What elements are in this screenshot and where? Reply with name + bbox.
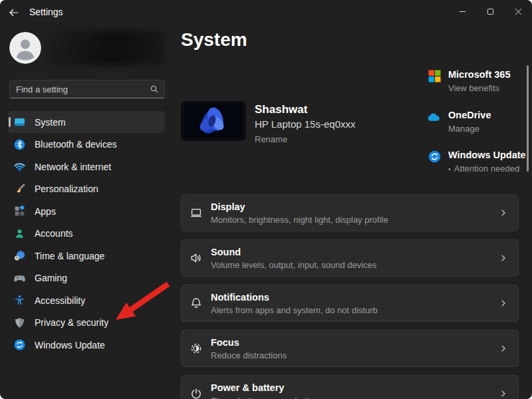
chevron-right-icon (498, 207, 509, 218)
page-title: System (181, 29, 247, 51)
quick-card-subtitle: Manage (448, 124, 479, 134)
scrollbar-thumb[interactable] (527, 65, 529, 172)
quick-card-onedrive[interactable]: OneDrive Manage (428, 109, 491, 134)
network-icon (13, 160, 26, 173)
personalization-icon (13, 183, 26, 196)
quick-card-title: Windows Update (448, 149, 526, 161)
bluetooth-icon (13, 138, 26, 151)
apps-icon (13, 205, 26, 217)
sidebar-item-label: Privacy & security (35, 317, 108, 328)
settings-row-title: Focus (211, 336, 287, 348)
chevron-right-icon (498, 343, 509, 354)
sidebar-item-label: Windows Update (35, 340, 105, 350)
sidebar-item-network-internet[interactable]: Network & internet (8, 156, 165, 178)
minimize-icon (457, 6, 468, 17)
settings-row-power-battery[interactable]: Power & battery Sleep, battery usage, ba… (181, 375, 519, 399)
sidebar: System Bluetooth & devices Network & int… (0, 24, 173, 399)
quick-card-subtitle: Attention needed (454, 164, 519, 174)
app-title: Settings (29, 0, 63, 24)
sidebar-item-label: Bluetooth & devices (35, 139, 117, 150)
sidebar-item-personalization[interactable]: Personalization (8, 178, 165, 200)
sidebar-nav: System Bluetooth & devices Network & int… (8, 111, 165, 356)
sidebar-item-label: Time & language (35, 251, 104, 261)
sidebar-item-label: Gaming (35, 273, 67, 283)
settings-row-title: Sound (211, 246, 376, 258)
person-avatar-icon (9, 32, 41, 64)
window-controls (448, 0, 532, 23)
notifications-icon (190, 297, 203, 310)
sidebar-item-time-language[interactable]: Time & language (8, 245, 165, 267)
sidebar-item-label: Personalization (35, 184, 98, 194)
sidebar-item-gaming[interactable]: Gaming (8, 267, 165, 289)
settings-row-sound[interactable]: Sound Volume levels, output, input, soun… (181, 239, 519, 277)
quick-card-subtitle: View benefits (448, 83, 499, 93)
settings-row-subtitle: Volume levels, output, input, sound devi… (211, 260, 376, 270)
quick-card-subtitle-wrap: View benefits (448, 83, 510, 93)
settings-row-subtitle: Alerts from apps and system, do not dist… (211, 305, 378, 315)
settings-row-title: Display (211, 201, 388, 213)
chevron-right-icon (498, 388, 509, 399)
sidebar-item-bluetooth-devices[interactable]: Bluetooth & devices (8, 134, 165, 156)
accessibility-icon (13, 294, 26, 307)
attention-bullet-dot: • (448, 165, 451, 173)
device-name: Shashwat (255, 103, 307, 116)
user-avatar[interactable] (9, 32, 41, 64)
sidebar-item-label: Apps (35, 206, 56, 217)
chevron-right-icon (498, 298, 509, 309)
quick-card-subtitle-wrap: Manage (448, 124, 491, 134)
power-icon (190, 387, 203, 399)
titlebar[interactable]: Settings (0, 0, 532, 24)
minimize-button[interactable] (448, 0, 476, 23)
settings-row-display[interactable]: Display Monitors, brightness, night ligh… (181, 194, 519, 231)
main-content: System Shashwat HP Laptop 15s-eq0xxx Ren… (173, 24, 532, 399)
settings-row-subtitle: Monitors, brightness, night light, displ… (211, 215, 388, 225)
search-input[interactable] (10, 80, 164, 98)
close-button[interactable] (504, 0, 532, 23)
rename-link[interactable]: Rename (255, 134, 287, 144)
quick-card-subtitle-wrap: •Attention needed (448, 164, 526, 174)
back-arrow-icon (8, 7, 21, 19)
sidebar-item-accounts[interactable]: Accounts (8, 223, 165, 245)
time-language-icon (13, 249, 26, 262)
maximize-icon (485, 6, 496, 17)
quick-card-microsoft-365[interactable]: Microsoft 365 View benefits (428, 68, 510, 93)
focus-icon (190, 342, 203, 355)
system-icon (13, 116, 26, 128)
settings-row-subtitle: Sleep, battery usage, battery saver (211, 396, 345, 399)
sidebar-item-privacy-security[interactable]: Privacy & security (8, 312, 165, 334)
privacy-icon (13, 317, 26, 329)
sidebar-item-system[interactable]: System (8, 111, 165, 133)
windows-update-icon (13, 338, 26, 351)
sidebar-item-accessibility[interactable]: Accessibility (8, 289, 165, 311)
settings-window: Settings System Bluetooth & devices Netw… (0, 0, 532, 399)
device-thumbnail (181, 101, 246, 141)
settings-row-focus[interactable]: Focus Reduce distractions (181, 330, 519, 367)
device-model: HP Laptop 15s-eq0xxx (255, 118, 356, 130)
redacted-user-name (48, 31, 165, 65)
gaming-icon (13, 272, 26, 285)
sidebar-item-label: Network & internet (35, 162, 111, 172)
maximize-button[interactable] (476, 0, 504, 23)
sound-icon (190, 251, 203, 265)
settings-row-subtitle: Reduce distractions (211, 350, 287, 360)
settings-row-title: Notifications (211, 291, 378, 303)
quick-card-title: Microsoft 365 (448, 68, 510, 80)
microsoft-365-logo (428, 69, 442, 83)
close-icon (513, 6, 524, 17)
display-icon (190, 206, 203, 219)
back-button[interactable] (5, 4, 24, 21)
sidebar-item-label: Accounts (35, 228, 73, 239)
accounts-icon (13, 227, 26, 240)
sidebar-item-windows-update[interactable]: Windows Update (8, 334, 165, 356)
windows-bloom-wallpaper-thumbnail (181, 101, 246, 141)
settings-rows: Display Monitors, brightness, night ligh… (181, 194, 519, 399)
sidebar-item-label: Accessibility (35, 295, 85, 306)
onedrive-cloud-icon (428, 110, 442, 124)
chevron-right-icon (498, 253, 509, 263)
settings-row-notifications[interactable]: Notifications Alerts from apps and syste… (181, 285, 519, 322)
sidebar-item-label: System (35, 117, 66, 128)
settings-row-title: Power & battery (211, 382, 345, 394)
sidebar-item-apps[interactable]: Apps (8, 200, 165, 222)
quick-card-title: OneDrive (448, 109, 491, 121)
quick-card-windows-update[interactable]: Windows Update •Attention needed (428, 149, 526, 174)
